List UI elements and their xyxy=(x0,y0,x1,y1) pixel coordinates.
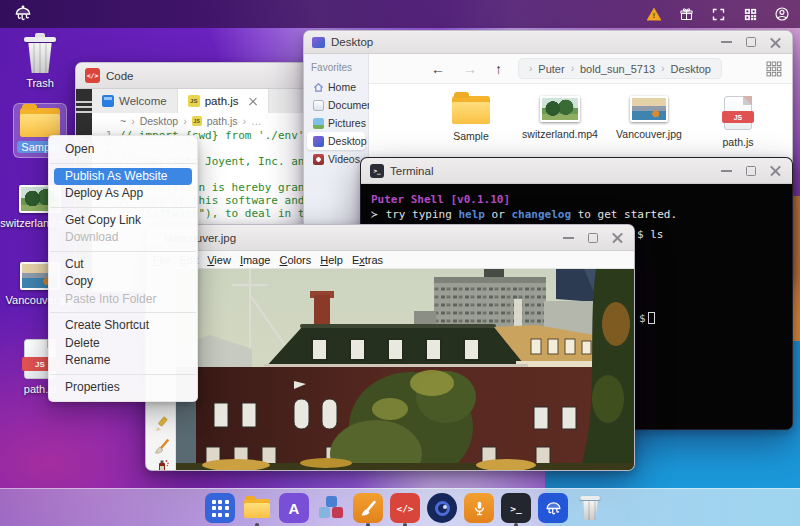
microphone-icon xyxy=(471,500,488,517)
dock-files-button[interactable] xyxy=(242,493,272,523)
terminal-title: Terminal xyxy=(390,165,433,177)
terminal-hint-line: ≻try typing help or changelog to get sta… xyxy=(371,207,782,222)
js-icon: JS xyxy=(188,95,200,107)
image-thumbnail-icon xyxy=(630,96,668,122)
dock-app-center-button[interactable]: A xyxy=(279,493,309,523)
menu-item-open[interactable]: Open xyxy=(49,141,197,159)
menu-item-create-shortcut[interactable]: Create Shortcut xyxy=(49,317,197,335)
grid-icon xyxy=(212,500,229,517)
folder-icon xyxy=(20,108,60,137)
qr-code-icon[interactable] xyxy=(742,6,758,22)
terminal-title-bar[interactable]: >_ Terminal xyxy=(361,158,792,184)
sidebar-item-home[interactable]: Home xyxy=(307,78,365,96)
dock-paint-button[interactable] xyxy=(353,493,383,523)
menu-image[interactable]: Image xyxy=(235,254,275,266)
dock-terminal-button[interactable]: >_ xyxy=(501,493,531,523)
close-icon[interactable] xyxy=(770,165,781,176)
menu-colors[interactable]: Colors xyxy=(275,254,316,266)
brush-tool-icon[interactable] xyxy=(153,438,170,455)
terminal-ls-line: $ ls xyxy=(637,227,664,242)
tab-welcome[interactable]: Welcome xyxy=(92,89,178,113)
sidebar-item-pictures[interactable]: Pictures xyxy=(307,114,365,132)
menu-item-delete[interactable]: Delete xyxy=(49,335,197,353)
menu-extras[interactable]: Extras xyxy=(347,254,387,266)
up-arrow-icon[interactable]: ↑ xyxy=(495,61,502,77)
menu-item-get-copy-link[interactable]: Get Copy Link xyxy=(49,212,197,230)
menu-item-properties[interactable]: Properties xyxy=(49,379,197,397)
menu-item-deploy-as-app[interactable]: Deploy As App xyxy=(49,185,197,203)
terminal-app-icon: >_ xyxy=(370,164,384,178)
breadcrumb-segment[interactable]: Desktop xyxy=(671,63,711,75)
spray-tool-icon[interactable] xyxy=(153,457,170,471)
menu-item-copy[interactable]: Copy xyxy=(49,273,197,291)
sidebar-item-desktop[interactable]: Desktop xyxy=(307,132,365,150)
menu-view[interactable]: View xyxy=(203,254,236,266)
gift-icon[interactable] xyxy=(678,6,694,22)
menu-help[interactable]: Help xyxy=(316,254,348,266)
desktop-screen: Trash Sample switzerland.mp4 Vancouver.j… xyxy=(0,0,800,526)
breadcrumb-file: path.js xyxy=(207,115,238,127)
dock-code-button[interactable]: </> xyxy=(390,493,420,523)
menu-divider xyxy=(50,312,196,313)
sidebar-item-label: Desktop xyxy=(328,135,367,147)
maximize-icon[interactable] xyxy=(746,166,756,176)
desktop-window-icon xyxy=(312,37,325,48)
vancouver-photo[interactable] xyxy=(176,269,634,471)
minimize-icon[interactable] xyxy=(721,41,732,43)
trash-icon xyxy=(24,33,56,73)
tab-label: path.js xyxy=(205,95,239,107)
fullscreen-icon[interactable] xyxy=(710,6,726,22)
breadcrumb-segment[interactable]: Puter xyxy=(538,63,564,75)
chevron-right-icon: › xyxy=(661,63,664,74)
menu-item-rename[interactable]: Rename xyxy=(49,352,197,370)
top-bar: ! xyxy=(0,0,800,28)
desktop-icon xyxy=(313,136,324,147)
sidebar-item-label: Pictures xyxy=(328,117,366,129)
grid-view-icon[interactable] xyxy=(766,61,782,77)
close-icon[interactable] xyxy=(612,232,623,243)
file-label: Vancouver.jpg xyxy=(616,128,682,140)
file-label: switzerland.mp4 xyxy=(522,128,598,140)
account-icon[interactable] xyxy=(774,6,790,22)
breadcrumb-segment[interactable]: bold_sun_5713 xyxy=(580,63,655,75)
maximize-icon[interactable] xyxy=(588,233,598,243)
menu-divider xyxy=(50,163,196,164)
dock-trash-button[interactable] xyxy=(575,493,605,523)
tab-label: Welcome xyxy=(119,95,167,107)
breadcrumb[interactable]: ~ › Desktop › JS path.js › … xyxy=(92,113,327,129)
menu-item-publish-as-website[interactable]: Publish As Website xyxy=(54,168,192,186)
sidebar-item-documents[interactable]: Documents xyxy=(307,96,365,114)
dock-dev-center-button[interactable] xyxy=(316,493,346,523)
chevron-right-icon: › xyxy=(571,63,574,74)
puter-logo-icon[interactable] xyxy=(12,3,34,25)
menu-item-cut[interactable]: Cut xyxy=(49,256,197,274)
maximize-icon[interactable] xyxy=(746,37,756,47)
desktop-icon-trash[interactable]: Trash xyxy=(2,33,78,89)
dock-camera-button[interactable] xyxy=(427,493,457,523)
trash-icon xyxy=(580,496,600,520)
back-arrow-icon[interactable]: ← xyxy=(431,61,445,77)
context-menu: Open Publish As Website Deploy As App Ge… xyxy=(48,135,198,402)
pencil-tool-icon[interactable] xyxy=(153,415,170,432)
prompt-icon: ≻ xyxy=(371,208,378,221)
home-icon xyxy=(313,82,324,93)
dock-puter-button[interactable] xyxy=(538,493,568,523)
menu-divider xyxy=(50,374,196,375)
file-manager-title-bar[interactable]: Desktop xyxy=(304,31,792,54)
minimize-icon[interactable] xyxy=(563,237,574,239)
camera-lens-icon xyxy=(435,501,450,516)
close-tab-icon[interactable] xyxy=(249,97,258,106)
viewer-title-bar[interactable]: Vancouver.jpg xyxy=(146,225,634,251)
forward-arrow-icon[interactable]: → xyxy=(463,61,477,77)
sidebar-item-videos[interactable]: Videos xyxy=(307,150,365,168)
close-icon[interactable] xyxy=(770,37,781,48)
path-breadcrumb[interactable]: › Puter › bold_sun_5713 › Desktop xyxy=(518,58,722,79)
app-launcher-button[interactable] xyxy=(205,493,235,523)
code-tab-bar: Welcome JS path.js xyxy=(92,89,327,113)
menu-icon[interactable] xyxy=(76,101,92,113)
tab-pathjs[interactable]: JS path.js xyxy=(178,89,269,113)
warning-icon[interactable]: ! xyxy=(646,6,662,22)
dock-recorder-button[interactable] xyxy=(464,493,494,523)
code-title-bar[interactable]: </> Code xyxy=(76,63,326,89)
minimize-icon[interactable] xyxy=(721,170,732,172)
